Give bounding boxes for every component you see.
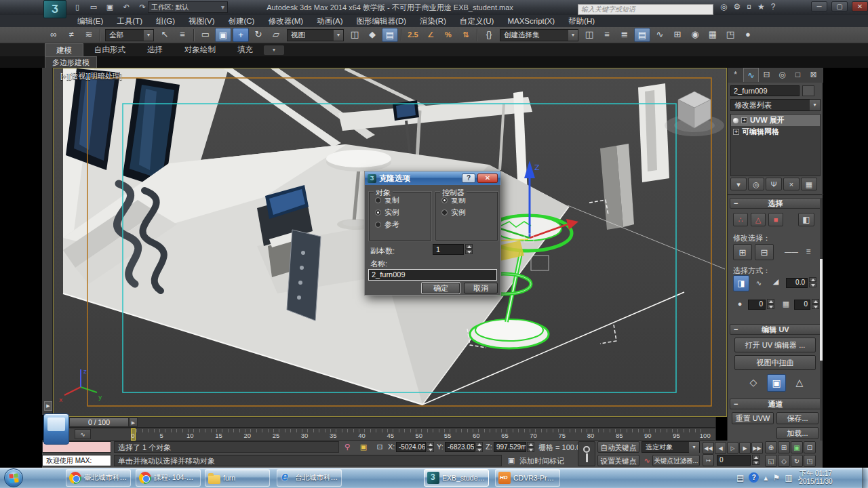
menu-item[interactable]: 渲染(R) (413, 15, 453, 27)
ribbon-tab[interactable]: 自由形式 (83, 43, 136, 56)
zoom-icon[interactable]: ⊕ (765, 441, 777, 453)
select-object-icon[interactable]: ↖ (157, 28, 173, 42)
workspace-dropdown[interactable]: 工作区: 默认 ▾ (148, 1, 228, 13)
select-and-manipulate-icon[interactable]: ◆ (364, 28, 380, 42)
redo-icon[interactable]: ↷ (136, 1, 149, 13)
restore-button[interactable]: ▢ (831, 1, 848, 12)
window-crossing-toggle-icon[interactable]: ▣ (215, 28, 231, 42)
new-scene-icon[interactable]: ▯ (71, 1, 84, 13)
menu-item[interactable]: 组(G) (149, 15, 182, 27)
go-to-end-icon[interactable]: ▶▶ (751, 442, 763, 454)
reference-coordinate-dropdown[interactable]: 视图▾ (287, 29, 344, 41)
pan-view-icon[interactable]: ◇ (778, 455, 790, 467)
menu-item[interactable]: MAXScript(X) (500, 15, 561, 27)
taskbar-cdvr3[interactable]: CDVR3-Pro(x64) ... (495, 469, 560, 487)
edge-loop-icon[interactable]: ≡ (801, 244, 816, 260)
ribbon-tab[interactable]: 建模 (45, 43, 83, 56)
dialog-help-button[interactable]: ? (462, 174, 475, 183)
orbit-icon[interactable]: ↻ (791, 455, 803, 467)
play-icon[interactable]: ▷ (727, 442, 738, 454)
show-hidden-icons-arrow[interactable]: ▴ (764, 470, 768, 485)
angle-snap-icon[interactable]: ∠ (422, 28, 439, 42)
planar-angle-field[interactable]: 0.0 (786, 278, 808, 288)
next-frame-icon[interactable]: ▶ (739, 442, 751, 454)
grid-select-field[interactable]: 0 (794, 300, 810, 310)
object-radio-option[interactable]: 实例 (375, 208, 431, 217)
taskbar-thumbnail-preview[interactable] (43, 413, 69, 445)
expand-plus-icon[interactable]: + (733, 129, 739, 135)
clone-name-input[interactable] (368, 269, 497, 281)
shrink-selection-icon[interactable]: ⊟ (755, 244, 774, 260)
controller-radio-option[interactable]: 实例 (441, 208, 497, 217)
point-to-point-icon[interactable]: ∿ (752, 278, 766, 289)
uv-mode-2-icon[interactable]: ▣ (767, 374, 786, 392)
set-keys-key-icon[interactable] (578, 441, 595, 466)
grow-selection-icon[interactable]: ⊞ (733, 244, 752, 260)
key-filter-dropdown[interactable]: 选定对象 ▾ (642, 441, 700, 453)
grid-select-icon[interactable]: ▦ (779, 298, 793, 310)
ribbon-subtab-polygon-modeling[interactable]: 多边形建模 (45, 56, 97, 68)
communication-center-icon[interactable]: ¤ (747, 1, 751, 13)
rollout-header-channel[interactable]: − 通道 (730, 399, 821, 409)
graphite-ribbon-icon[interactable]: ▤ (634, 28, 650, 42)
taskbar-folder-furn[interactable]: furn (205, 469, 270, 487)
taskbar-ie[interactable]: 台北城市科技大... (277, 469, 342, 487)
ignore-backfacing-icon[interactable]: ◨ (733, 275, 749, 291)
open-file-icon[interactable]: ▭ (87, 1, 100, 13)
y-spinner[interactable] (475, 442, 483, 452)
selection-filter-dropdown[interactable]: 全部▾ (105, 29, 154, 41)
visibility-bulb-icon[interactable] (733, 118, 738, 123)
y-coord-field[interactable]: -6823.053 (445, 442, 475, 452)
application-menu-button[interactable]: Ӡ (43, 0, 66, 18)
edge-ring-icon[interactable]: —— (785, 247, 798, 258)
dialog-title-bar[interactable]: Ӡ 克隆选项 ? ✕ (365, 171, 500, 185)
use-pivot-center-icon[interactable]: ◫ (347, 28, 363, 42)
x-coord-field[interactable]: -5024.063 (396, 442, 426, 452)
undo-icon[interactable]: ↶ (119, 1, 133, 13)
copies-field[interactable]: 1 (433, 244, 464, 255)
save-file-icon[interactable]: ▣ (103, 1, 117, 13)
rollout-header-selection[interactable]: − 选择 (730, 198, 821, 209)
modifier-list-dropdown[interactable]: 修改器列表 ▾ (730, 99, 821, 111)
current-frame-field[interactable]: 0 (717, 455, 751, 466)
make-unique-icon[interactable]: Ψ (766, 178, 782, 190)
add-time-tag-label[interactable]: 添加时间标记 (519, 456, 564, 466)
menu-item[interactable]: 创建(C) (221, 15, 261, 27)
select-and-scale-icon[interactable]: ▱ (268, 28, 284, 42)
show-desktop-button[interactable] (862, 468, 868, 488)
planar-angle-icon[interactable]: ◢ (768, 275, 783, 289)
tab-hierarchy[interactable]: ⊟ (759, 68, 774, 82)
planar-angle-spinner[interactable] (809, 277, 816, 287)
zoom-extents-icon[interactable]: ▣ (791, 441, 803, 453)
taskbar-clock[interactable]: 下午 01:17 2015/11/30 (795, 470, 837, 486)
uv-mode-1-icon[interactable]: ◇ (744, 374, 763, 392)
auto-key-button[interactable]: 自动关键点 (597, 441, 639, 453)
reset-uvw-button[interactable]: 重置 UVW (732, 412, 774, 424)
curve-editor-icon[interactable]: ∿ (652, 28, 668, 42)
vertex-subobject-icon[interactable]: ∴ (733, 213, 748, 226)
menu-item[interactable]: 动画(A) (310, 15, 349, 27)
zoom-extents-all-icon[interactable]: ⊡ (804, 441, 816, 453)
soft-selection-spinner[interactable] (767, 299, 774, 309)
help-tray-icon[interactable]: ? (749, 472, 759, 483)
previous-frame-icon[interactable]: ◀ (715, 442, 726, 454)
x-spinner[interactable] (427, 442, 434, 452)
set-key-button[interactable]: 设置关键点 (597, 455, 639, 466)
object-name-input[interactable] (730, 85, 800, 96)
render-production-icon[interactable]: ● (740, 28, 756, 42)
network-icon[interactable]: ▥ (785, 470, 792, 485)
unlink-selection-icon[interactable]: ≠ (63, 28, 79, 42)
go-to-start-icon[interactable]: ◀◀ (703, 442, 714, 454)
menu-item[interactable]: 视图(V) (182, 15, 221, 27)
rendered-frame-icon[interactable]: ◳ (722, 28, 738, 42)
taskbar-3dsmax[interactable]: EXB_student.ma... (424, 469, 489, 487)
start-button[interactable] (4, 468, 23, 487)
maximize-viewport-icon[interactable]: ◳ (804, 455, 816, 467)
show-end-result-icon[interactable]: ◎ (748, 178, 764, 190)
subscription-wrench-icon[interactable]: ⚙ (733, 1, 741, 13)
select-by-name-icon[interactable]: ≡ (174, 28, 191, 42)
taskbar-chrome-1[interactable]: 臺北城市科技大... (66, 469, 131, 487)
menu-item[interactable]: 帮助(H) (561, 15, 601, 27)
select-and-move-icon[interactable]: + (233, 28, 249, 42)
minimize-button[interactable]: ─ (811, 1, 827, 12)
